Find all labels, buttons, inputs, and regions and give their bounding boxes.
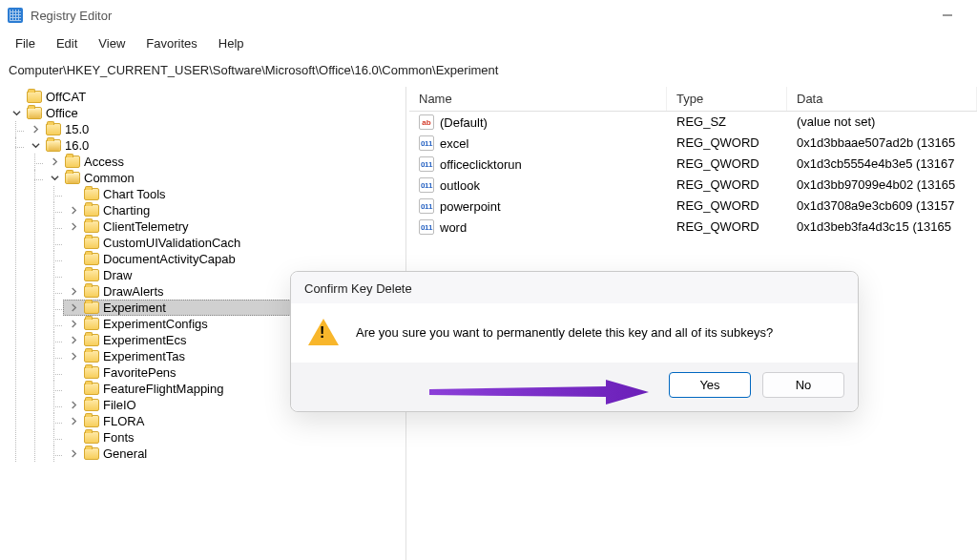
tree-label: Access: [84, 155, 124, 169]
chevron-right-icon[interactable]: [67, 318, 80, 331]
menu-bar: File Edit View Favorites Help: [0, 31, 977, 55]
value-icon: [419, 177, 434, 193]
dialog-title: Confirm Key Delete: [291, 272, 858, 303]
address-bar: [0, 55, 977, 87]
list-row[interactable]: wordREG_QWORD0x1d3beb3fa4d3c15 (13165: [409, 217, 977, 238]
tree-label: CustomUIValidationCach: [103, 236, 240, 250]
tree-node[interactable]: General: [63, 446, 405, 462]
tree-node[interactable]: DocumentActivityCapab: [63, 251, 405, 267]
no-button[interactable]: No: [762, 372, 844, 398]
chevron-right-icon[interactable]: [48, 156, 61, 169]
tree-label: Charting: [103, 203, 150, 218]
column-data[interactable]: Data: [787, 87, 977, 111]
value-data: 0x1d3beb3fa4d3c15 (13165: [787, 218, 977, 236]
chevron-down-icon[interactable]: [29, 139, 42, 153]
list-row[interactable]: powerpointREG_QWORD0x1d3708a9e3cb609 (13…: [409, 196, 977, 217]
value-icon: [419, 198, 434, 214]
chevron-right-icon[interactable]: [67, 399, 80, 412]
chevron-down-icon[interactable]: [48, 172, 61, 185]
value-type: REG_QWORD: [667, 218, 787, 236]
list-row[interactable]: outlookREG_QWORD0x1d3bb97099e4b02 (13165: [409, 175, 977, 196]
chevron-right-icon[interactable]: [67, 350, 80, 363]
list-row[interactable]: (Default)REG_SZ(value not set): [409, 112, 977, 133]
dialog-message: Are you sure you want to permanently del…: [356, 325, 773, 340]
tree-node[interactable]: 16.0: [25, 137, 405, 154]
chevron-right-icon[interactable]: [67, 285, 80, 299]
chevron-right-icon[interactable]: [67, 447, 80, 461]
tree-label: 15.0: [65, 122, 89, 136]
value-name: powerpoint: [440, 199, 501, 214]
tree-node[interactable]: Office: [6, 105, 405, 121]
folder-icon: [84, 383, 99, 395]
tree-node[interactable]: Fonts: [63, 429, 405, 446]
tree-label: ExperimentEcs: [103, 333, 186, 347]
minimize-button[interactable]: [925, 0, 969, 31]
folder-icon: [84, 269, 99, 281]
tree-node[interactable]: ClientTelemetry: [63, 218, 405, 235]
tree-node[interactable]: Charting: [63, 202, 405, 218]
value-data: (value not set): [787, 114, 977, 131]
confirm-dialog: Confirm Key Delete Are you sure you want…: [290, 271, 859, 412]
tree-node[interactable]: CustomUIValidationCach: [63, 235, 405, 251]
folder-icon: [84, 318, 99, 330]
menu-view[interactable]: View: [89, 32, 135, 54]
chevron-right-icon[interactable]: [67, 220, 80, 234]
value-name: officeclicktorun: [440, 157, 522, 172]
yes-button[interactable]: Yes: [669, 372, 751, 398]
tree-label: FLORA: [103, 414, 144, 428]
list-row[interactable]: excelREG_QWORD0x1d3bbaae507ad2b (13165: [409, 133, 977, 154]
menu-file[interactable]: File: [6, 32, 45, 54]
tree-label: Draw: [103, 268, 132, 282]
tree-label: 16.0: [65, 138, 89, 153]
value-data: 0x1d3bbaae507ad2b (13165: [787, 135, 977, 152]
tree-label: OffCAT: [46, 90, 86, 104]
folder-icon: [84, 237, 99, 249]
tree-node[interactable]: Access: [44, 154, 405, 170]
warning-icon: [308, 319, 339, 345]
window-title: Registry Editor: [31, 9, 112, 23]
value-icon: [419, 114, 434, 130]
value-type: REG_QWORD: [667, 176, 787, 194]
tree-label: ExperimentConfigs: [103, 317, 208, 331]
folder-icon: [46, 123, 61, 135]
menu-edit[interactable]: Edit: [47, 32, 87, 54]
folder-icon: [84, 204, 99, 217]
chevron-right-icon[interactable]: [67, 334, 80, 347]
value-type: REG_QWORD: [667, 135, 787, 152]
tree-node[interactable]: Chart Tools: [63, 186, 405, 202]
column-name[interactable]: Name: [409, 87, 667, 111]
tree-label: Common: [84, 171, 135, 185]
folder-icon: [84, 431, 99, 444]
value-data: 0x1d3708a9e3cb609 (13157: [787, 197, 977, 215]
tree-label: FeatureFlightMapping: [103, 382, 223, 396]
list-row[interactable]: officeclicktorunREG_QWORD0x1d3cb5554e4b3…: [409, 154, 977, 175]
folder-icon: [65, 172, 80, 184]
tree-label: ExperimentTas: [103, 349, 185, 363]
tree-node[interactable]: FLORA: [63, 413, 405, 429]
menu-help[interactable]: Help: [209, 32, 254, 54]
address-input[interactable]: [6, 59, 971, 81]
folder-icon: [65, 156, 80, 168]
value-icon: [419, 219, 434, 235]
folder-icon: [84, 415, 99, 427]
chevron-right-icon[interactable]: [67, 204, 80, 218]
chevron-down-icon[interactable]: [10, 107, 23, 120]
folder-icon: [84, 350, 99, 363]
folder-icon: [84, 253, 99, 265]
menu-favorites[interactable]: Favorites: [136, 32, 206, 54]
title-bar: Registry Editor: [0, 0, 977, 31]
chevron-right-icon[interactable]: [67, 301, 80, 315]
folder-icon: [84, 366, 99, 379]
chevron-right-icon[interactable]: [29, 123, 42, 136]
tree-label: Office: [46, 106, 78, 120]
value-type: REG_QWORD: [667, 156, 787, 173]
folder-icon: [84, 301, 99, 314]
tree-node[interactable]: Common: [44, 170, 405, 186]
chevron-right-icon[interactable]: [67, 415, 80, 428]
tree-node[interactable]: 15.0: [25, 121, 405, 137]
tree-label: Chart Tools: [103, 187, 166, 201]
column-type[interactable]: Type: [667, 87, 787, 111]
app-icon: [8, 8, 23, 23]
tree-node[interactable]: OffCAT: [6, 89, 405, 105]
folder-icon: [27, 91, 42, 103]
